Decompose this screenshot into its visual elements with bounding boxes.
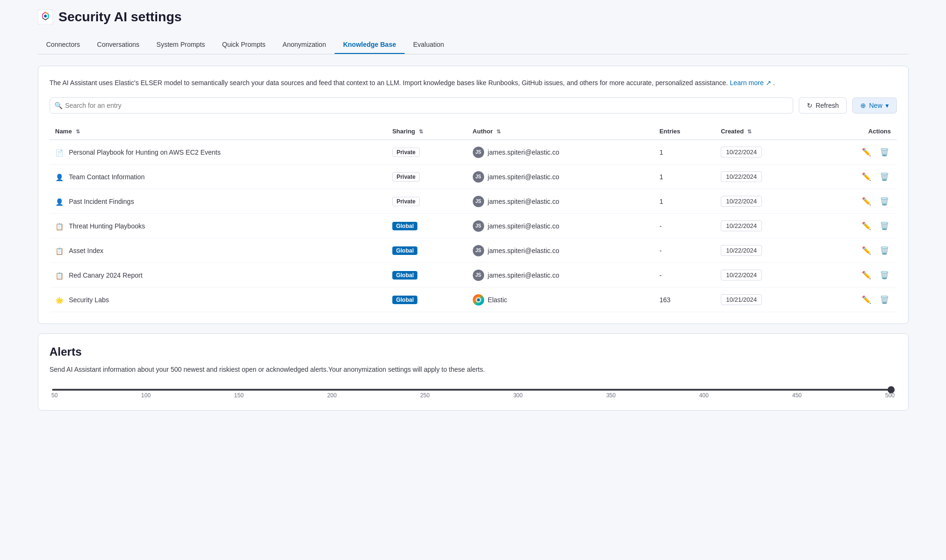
delete-button: 🗑️ <box>878 293 891 306</box>
author-name: james.spiteri@elastic.co <box>488 198 559 205</box>
entry-name-text: Personal Playbook for Hunting on AWS EC2… <box>69 149 221 157</box>
sort-icon-created[interactable]: ⇅ <box>747 129 751 135</box>
author-avatar: JS <box>473 220 484 232</box>
cell-created: 10/21/2024 <box>715 288 815 312</box>
cell-sharing: Global <box>387 263 467 288</box>
cell-name: 📋 Asset Index <box>50 238 387 263</box>
tab-system-prompts[interactable]: System Prompts <box>148 36 214 54</box>
cell-created: 10/22/2024 <box>715 140 815 165</box>
cell-sharing: Global <box>387 214 467 238</box>
cell-actions: ✏️ 🗑️ <box>815 165 897 189</box>
author-name: james.spiteri@elastic.co <box>488 247 559 254</box>
delete-button[interactable]: 🗑️ <box>878 170 891 183</box>
author-name: james.spiteri@elastic.co <box>488 173 559 181</box>
author-avatar <box>473 294 484 306</box>
sharing-badge: Private <box>392 197 420 206</box>
cell-created: 10/22/2024 <box>715 214 815 238</box>
delete-button[interactable]: 🗑️ <box>878 269 891 281</box>
edit-button[interactable]: ✏️ <box>860 219 873 232</box>
alerts-slider[interactable] <box>52 389 895 391</box>
edit-button[interactable]: ✏️ <box>860 170 873 183</box>
tab-evaluation[interactable]: Evaluation <box>405 36 452 54</box>
cell-entries: - <box>654 214 715 238</box>
delete-button[interactable]: 🗑️ <box>878 244 891 257</box>
sharing-badge: Global <box>392 271 417 280</box>
sort-icon-name[interactable]: ⇅ <box>76 129 80 135</box>
kb-table: Name ⇅ Sharing ⇅ Author ⇅ Entries <box>50 123 897 312</box>
table-row: 📋 Asset Index Global JS james.spiteri@el… <box>50 238 897 263</box>
cell-actions: ✏️ 🗑️ <box>815 288 897 312</box>
cell-created: 10/22/2024 <box>715 189 815 214</box>
entry-type-icon: 📋 <box>55 247 63 255</box>
cell-author: JS james.spiteri@elastic.co <box>467 214 654 238</box>
cell-actions: ✏️ 🗑️ <box>815 189 897 214</box>
table-row: 📋 Red Canary 2024 Report Global JS james… <box>50 263 897 288</box>
tab-knowledge-base[interactable]: Knowledge Base <box>335 36 405 54</box>
entry-type-icon: 📋 <box>55 223 63 230</box>
cell-name: 👤 Team Contact Information <box>50 165 387 189</box>
author-avatar: JS <box>473 171 484 183</box>
date-badge: 10/22/2024 <box>721 270 762 280</box>
sort-icon-sharing[interactable]: ⇅ <box>419 129 423 135</box>
delete-button[interactable]: 🗑️ <box>878 219 891 232</box>
cell-entries: 1 <box>654 189 715 214</box>
tab-anonymization[interactable]: Anonymization <box>274 36 335 54</box>
learn-more-link[interactable]: Learn more ↗ <box>730 79 773 87</box>
author-name: Elastic <box>488 296 507 304</box>
entry-type-icon: 🌟 <box>55 297 63 304</box>
chevron-down-icon: ▾ <box>885 102 889 109</box>
alerts-description: Send AI Assistant information about your… <box>50 364 897 375</box>
cell-entries: - <box>654 238 715 263</box>
search-input[interactable] <box>50 97 794 114</box>
edit-button[interactable]: ✏️ <box>860 146 873 158</box>
page-title: Security AI settings <box>59 9 182 25</box>
cell-sharing: Private <box>387 140 467 165</box>
alerts-card: Alerts Send AI Assistant information abo… <box>38 333 909 410</box>
edit-button: ✏️ <box>860 293 873 306</box>
delete-button[interactable]: 🗑️ <box>878 195 891 208</box>
cell-entries: 163 <box>654 288 715 312</box>
cell-sharing: Global <box>387 238 467 263</box>
date-badge: 10/22/2024 <box>721 171 762 182</box>
entry-name-text: Past Incident Findings <box>69 198 134 206</box>
svg-point-3 <box>477 298 480 301</box>
col-created: Created ⇅ <box>715 123 815 140</box>
table-row: 👤 Past Incident Findings Private JS jame… <box>50 189 897 214</box>
nav-tabs: Connectors Conversations System Prompts … <box>38 36 909 54</box>
cell-name: 👤 Past Incident Findings <box>50 189 387 214</box>
author-avatar: JS <box>473 270 484 281</box>
entry-type-icon: 📄 <box>55 149 63 157</box>
sharing-badge: Global <box>392 296 417 304</box>
table-row: 📋 Threat Hunting Playbooks Global JS jam… <box>50 214 897 238</box>
delete-button[interactable]: 🗑️ <box>878 146 891 158</box>
table-row: 📄 Personal Playbook for Hunting on AWS E… <box>50 140 897 165</box>
cell-name: 📋 Red Canary 2024 Report <box>50 263 387 288</box>
alerts-slider-container: 50 100 150 200 250 300 350 400 450 500 <box>50 385 897 399</box>
author-avatar: JS <box>473 147 484 158</box>
cell-author: Elastic <box>467 288 654 312</box>
tab-connectors[interactable]: Connectors <box>38 36 89 54</box>
sharing-badge: Global <box>392 222 417 230</box>
new-button[interactable]: ⊕ New ▾ <box>852 97 896 114</box>
search-icon: 🔍 <box>54 102 62 109</box>
edit-button[interactable]: ✏️ <box>860 195 873 208</box>
page-header: Security AI settings <box>38 9 909 25</box>
date-badge: 10/22/2024 <box>721 220 762 231</box>
tab-quick-prompts[interactable]: Quick Prompts <box>213 36 274 54</box>
edit-button[interactable]: ✏️ <box>860 269 873 281</box>
sharing-badge: Global <box>392 246 417 255</box>
knowledge-base-card: The AI Assistant uses Elastic's ELSER mo… <box>38 66 909 324</box>
cell-author: JS james.spiteri@elastic.co <box>467 140 654 165</box>
entry-type-icon: 📋 <box>55 272 63 280</box>
refresh-button[interactable]: ↻ Refresh <box>799 97 847 114</box>
cell-sharing: Private <box>387 165 467 189</box>
edit-button[interactable]: ✏️ <box>860 244 873 257</box>
entry-type-icon: 👤 <box>55 174 63 181</box>
cell-name: 📋 Threat Hunting Playbooks <box>50 214 387 238</box>
author-name: james.spiteri@elastic.co <box>488 149 559 156</box>
col-entries: Entries <box>654 123 715 140</box>
sort-icon-author[interactable]: ⇅ <box>496 129 501 135</box>
tab-conversations[interactable]: Conversations <box>88 36 148 54</box>
cell-author: JS james.spiteri@elastic.co <box>467 238 654 263</box>
date-badge: 10/21/2024 <box>721 294 762 305</box>
